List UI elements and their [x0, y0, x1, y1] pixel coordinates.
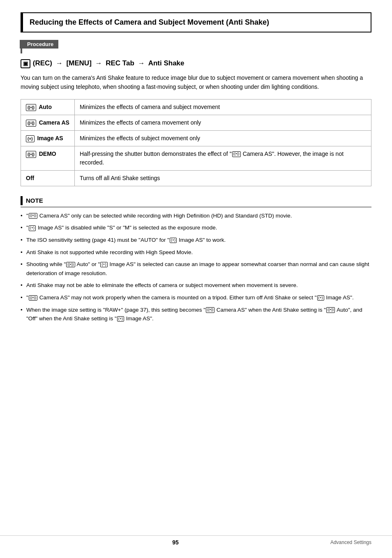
setting-label-off: Off [21, 170, 75, 186]
procedure-badge: Procedure [22, 40, 58, 49]
setting-name-auto: Auto [39, 104, 52, 110]
settings-table: ((•)) Auto Minimizes the effects of came… [21, 99, 371, 186]
demo-icon: ((•)) [26, 151, 36, 158]
setting-label-auto: ((•)) Auto [21, 99, 75, 115]
note3-icon: (+) [170, 238, 177, 243]
title-box: Reducing the Effects of Camera and Subje… [21, 12, 371, 32]
nav-text: (REC) → [MENU] → REC Tab → Anti Shake [33, 59, 184, 67]
nav-path: ▣ (REC) → [MENU] → REC Tab → Anti Shake [21, 58, 371, 68]
note8-icon2: ((•)) [326, 307, 335, 313]
list-item: The ISO sensitivity setting (page 41) mu… [21, 236, 371, 245]
list-item: "((•)) Camera AS" may not work properly … [21, 293, 371, 302]
setting-name-off: Off [26, 175, 34, 181]
note8-icon3: (+) [117, 316, 124, 322]
demo-inline-icon: ((•)) [232, 151, 241, 157]
list-item: Shooting while "((•)) Auto" or "(+) Imag… [21, 260, 371, 278]
table-row: (+) Image AS Minimizes the effects of su… [21, 130, 371, 146]
page-container: Reducing the Effects of Camera and Subje… [0, 0, 392, 558]
setting-desc-auto: Minimizes the effects of camera and subj… [74, 99, 371, 115]
camera-as-icon: ((•)) [26, 120, 36, 127]
table-row: ((•)) DEMO Half-pressing the shutter but… [21, 146, 371, 170]
note1-icon: ((•)) [29, 213, 37, 219]
list-item: When the image size setting is "RAW+" (p… [21, 306, 371, 323]
note-list: "((•)) Camera AS" only can be selected w… [21, 211, 371, 323]
table-row: Off Turns off all Anti Shake settings [21, 170, 371, 186]
rec-icon: ▣ [21, 59, 30, 68]
table-row: ((•)) Camera AS Minimizes the effects of… [21, 115, 371, 130]
note-header: NOTE [21, 196, 371, 207]
setting-desc-off: Turns off all Anti Shake settings [74, 170, 371, 186]
setting-desc-camera-as: Minimizes the effects of camera movement… [74, 115, 371, 130]
setting-name-demo: DEMO [39, 150, 56, 157]
setting-label-image-as: (+) Image AS [21, 130, 75, 146]
note-header-text: NOTE [26, 197, 43, 204]
page-footer: 95 Advanced Settings [0, 535, 392, 546]
note7-icon2: (+) [317, 295, 324, 301]
setting-name-camera-as: Camera AS [39, 119, 69, 126]
setting-label-camera-as: ((•)) Camera AS [21, 115, 75, 130]
footer-label: Advanced Settings [330, 539, 371, 545]
note-section: NOTE "((•)) Camera AS" only can be selec… [21, 196, 371, 323]
procedure-wrapper: Procedure [21, 40, 371, 53]
note8-icon1: ((•)) [206, 307, 214, 313]
image-as-icon: (+) [26, 135, 35, 142]
list-item: Anti Shake may not be able to eliminate … [21, 281, 371, 290]
page-number: 95 [21, 539, 330, 546]
note7-icon: ((•)) [29, 295, 37, 301]
note2-icon: (+) [29, 225, 36, 231]
setting-label-demo: ((•)) DEMO [21, 146, 75, 170]
note5-icon2: (+) [100, 262, 107, 268]
table-row: ((•)) Auto Minimizes the effects of came… [21, 99, 371, 115]
list-item: "(+) Image AS" is disabled while "S" or … [21, 223, 371, 232]
description-text: You can turn on the camera's Anti Shake … [21, 73, 371, 92]
setting-desc-demo: Half-pressing the shutter button demonst… [74, 146, 371, 170]
list-item: Anti Shake is not supported while record… [21, 248, 371, 257]
note5-icon1: ((•)) [66, 262, 75, 268]
auto-icon: ((•)) [26, 104, 36, 111]
page-title: Reducing the Effects of Camera and Subje… [30, 17, 364, 28]
list-item: "((•)) Camera AS" only can be selected w… [21, 211, 371, 220]
setting-desc-image-as: Minimizes the effects of subject movemen… [74, 130, 371, 146]
setting-name-image-as: Image AS [37, 135, 63, 141]
